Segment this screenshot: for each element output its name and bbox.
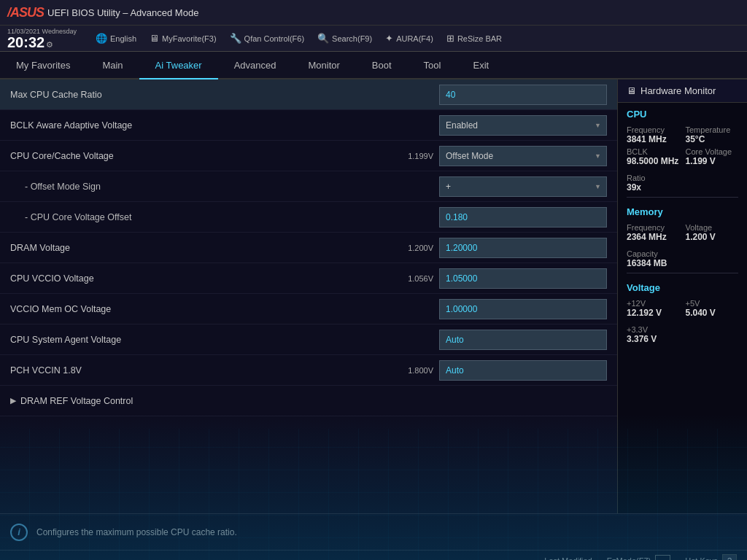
hw-monitor-panel: 🖥 Hardware Monitor CPU Frequency 3841 MH…: [617, 79, 747, 513]
nav-my-favorites[interactable]: My Favorites: [0, 52, 86, 79]
cpu-core-voltage-offset-label: - CPU Core Voltage Offset: [10, 212, 439, 222]
time-display: 20:32: [7, 35, 44, 50]
cpu-core-cache-current: 1.199V: [397, 152, 433, 160]
qfan-label: Qfan Control(F6): [244, 34, 305, 43]
expand-arrow-icon: ▶: [10, 396, 16, 405]
dram-voltage-label: DRAM Voltage: [10, 243, 397, 253]
cpu-stats-grid: Frequency 3841 MHz Temperature 35°C BCLK…: [618, 122, 747, 172]
dram-voltage-current: 1.200V: [397, 244, 433, 252]
setting-offset-mode-sign: - Offset Mode Sign + -: [0, 171, 617, 202]
voltage-section-title: Voltage: [618, 276, 747, 296]
settings-panel: Max CPU Cache Ratio BCLK Aware Adaptive …: [0, 79, 617, 513]
resizebar-label: ReSize BAR: [457, 34, 502, 43]
nav-exit[interactable]: Exit: [457, 52, 505, 79]
v5-label: +5V: [686, 299, 739, 308]
bclk-adaptive-select[interactable]: Auto Enabled Disabled: [439, 115, 607, 136]
v33-label: +3.3V: [627, 325, 738, 334]
toolbar-myfavorite[interactable]: 🖥 MyFavorite(F3): [150, 33, 217, 44]
offset-mode-sign-label: - Offset Mode Sign: [10, 182, 439, 192]
main-content: Max CPU Cache Ratio BCLK Aware Adaptive …: [0, 79, 747, 513]
v33-container: +3.3V 3.376 V: [618, 324, 747, 346]
setting-cpu-core-voltage-offset: - CPU Core Voltage Offset: [0, 202, 617, 233]
mem-volt-container: Voltage 1.200 V: [686, 223, 739, 242]
last-modified-label: Last Modified: [544, 556, 592, 561]
dram-voltage-input[interactable]: [439, 238, 607, 258]
memory-stats-grid: Frequency 2364 MHz Voltage 1.200 V: [618, 220, 747, 248]
footer-hot-keys[interactable]: Hot Keys ?: [685, 554, 737, 561]
max-cpu-cache-ratio-input[interactable]: [439, 85, 607, 105]
cpu-system-agent-label: CPU System Agent Voltage: [10, 335, 439, 345]
cpu-ratio-value: 39x: [627, 182, 738, 192]
setting-cpu-core-cache-voltage: CPU Core/Cache Voltage 1.199V Auto Manua…: [0, 141, 617, 171]
setting-dram-ref-voltage[interactable]: ▶ DRAM REF Voltage Control: [0, 386, 617, 416]
arrow-right-icon: →: [655, 555, 670, 561]
mem-freq-label: Frequency: [627, 223, 680, 232]
v12-label: +12V: [627, 299, 680, 308]
nav-advanced[interactable]: Advanced: [218, 52, 293, 79]
footer-last-modified[interactable]: Last Modified: [544, 556, 592, 561]
hot-keys-label: Hot Keys: [685, 556, 718, 561]
v33-value: 3.376 V: [627, 334, 738, 344]
toolbar-qfan[interactable]: 🔧 Qfan Control(F6): [230, 33, 305, 44]
cpu-bclk-label: BCLK: [627, 147, 680, 156]
setting-cpu-vccio-voltage: CPU VCCIO Voltage 1.056V: [0, 263, 617, 294]
cpu-core-cache-select[interactable]: Auto Manual Mode Offset Mode: [439, 146, 607, 166]
help-button[interactable]: ?: [722, 554, 737, 561]
cpu-vccio-label: CPU VCCIO Voltage: [10, 273, 397, 284]
nav-main[interactable]: Main: [86, 52, 139, 79]
pch-vccin-input[interactable]: [439, 360, 607, 381]
logo: /ASUS: [7, 5, 44, 20]
date-display: 11/03/2021 Wednesday: [7, 28, 77, 35]
setting-dram-voltage: DRAM Voltage 1.200V: [0, 233, 617, 263]
mem-cap-label: Capacity: [627, 249, 738, 258]
cpu-system-agent-input[interactable]: [439, 330, 607, 350]
v5-value: 5.040 V: [686, 308, 739, 318]
mem-cap-container: Capacity 16384 MB: [618, 248, 747, 270]
divider-1: [627, 197, 738, 198]
vccio-mem-oc-input[interactable]: [439, 299, 607, 319]
toolbar-search[interactable]: 🔍 Search(F9): [317, 33, 372, 44]
language-label: English: [110, 34, 136, 43]
toolbar-aura[interactable]: ✦ AURA(F4): [385, 33, 433, 44]
divider-2: [627, 273, 738, 273]
aura-icon: ✦: [385, 33, 393, 44]
globe-icon: 🌐: [96, 33, 107, 44]
cpu-vccio-input[interactable]: [439, 268, 607, 289]
search-label: Search(F9): [332, 34, 372, 43]
mem-freq-value: 2364 MHz: [627, 232, 680, 242]
offset-mode-sign-select[interactable]: + -: [439, 176, 607, 197]
cpu-bclk-value: 98.5000 MHz: [627, 156, 680, 166]
voltage-stats-grid: +12V 12.192 V +5V 5.040 V: [618, 296, 747, 324]
cpu-ratio-label: Ratio: [627, 174, 738, 182]
header-title: UEFI BIOS Utility – Advanced Mode: [47, 7, 198, 18]
nav-ai-tweaker[interactable]: Ai Tweaker: [139, 52, 218, 79]
cpu-freq-label: Frequency 3841 MHz: [627, 125, 680, 144]
v12-value: 12.192 V: [627, 308, 680, 318]
bios-header: /ASUS UEFI BIOS Utility – Advanced Mode: [0, 0, 747, 26]
info-bar: i Configures the maximum possible CPU ca…: [0, 513, 747, 550]
setting-pch-vccin: PCH VCCIN 1.8V 1.800V: [0, 355, 617, 386]
cpu-cvolt-container: Core Voltage 1.199 V: [686, 147, 739, 166]
bclk-adaptive-label: BCLK Aware Adaptive Voltage: [10, 120, 439, 131]
toolbar-language[interactable]: 🌐 English: [96, 33, 136, 44]
cpu-core-cache-select-wrapper: Auto Manual Mode Offset Mode: [439, 146, 607, 166]
footer-ez-mode[interactable]: EzMode(F7) →: [607, 555, 671, 561]
bclk-adaptive-select-wrapper: Auto Enabled Disabled: [439, 115, 607, 136]
cpu-temp-label: Temperature: [686, 125, 739, 134]
toolbar-resizebar[interactable]: ⊞ ReSize BAR: [446, 33, 502, 44]
mem-volt-label: Voltage: [686, 223, 739, 232]
cpu-core-voltage-offset-input[interactable]: [439, 207, 607, 228]
aura-label: AURA(F4): [396, 34, 433, 43]
nav-boot[interactable]: Boot: [356, 52, 408, 79]
cpu-temp-value: 35°C: [686, 134, 739, 144]
nav-tool[interactable]: Tool: [408, 52, 457, 79]
max-cpu-cache-ratio-label: Max CPU Cache Ratio: [10, 90, 439, 100]
logo-text: /ASUS: [7, 5, 44, 20]
cpu-vccio-current: 1.056V: [397, 274, 433, 283]
myfavorite-label: MyFavorite(F3): [162, 34, 217, 43]
setting-vccio-mem-oc: VCCIO Mem OC Voltage: [0, 294, 617, 324]
gear-icon[interactable]: ⚙: [46, 40, 53, 50]
datetime: 11/03/2021 Wednesday 20:32 ⚙: [7, 28, 77, 50]
nav-monitor[interactable]: Monitor: [293, 52, 356, 79]
fan-icon: 🔧: [230, 33, 241, 44]
